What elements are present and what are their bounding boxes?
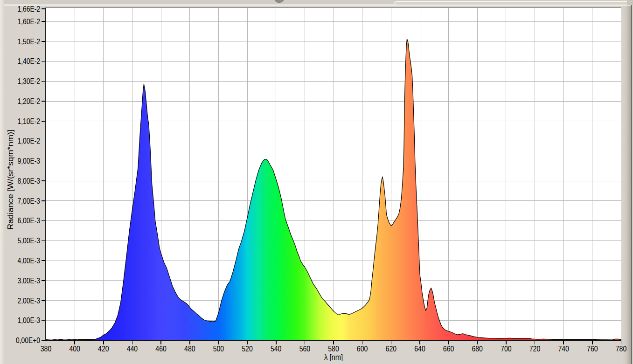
svg-text:680: 680 bbox=[472, 344, 483, 353]
svg-text:420: 420 bbox=[98, 344, 109, 353]
svg-text:440: 440 bbox=[127, 344, 138, 353]
svg-text:700: 700 bbox=[501, 344, 512, 353]
svg-text:λ [nm]: λ [nm] bbox=[324, 353, 343, 361]
svg-text:1,50E-2: 1,50E-2 bbox=[18, 37, 41, 46]
svg-text:1,40E-2: 1,40E-2 bbox=[18, 57, 41, 65]
svg-text:460: 460 bbox=[155, 344, 167, 353]
svg-text:1,00E-2: 1,00E-2 bbox=[18, 137, 41, 145]
svg-text:780: 780 bbox=[616, 344, 627, 353]
svg-text:7,00E-3: 7,00E-3 bbox=[18, 197, 41, 205]
svg-text:400: 400 bbox=[69, 344, 80, 353]
svg-text:6,00E-3: 6,00E-3 bbox=[18, 216, 41, 225]
svg-text:580: 580 bbox=[328, 344, 339, 353]
svg-text:1,20E-2: 1,20E-2 bbox=[18, 97, 41, 105]
svg-text:520: 520 bbox=[242, 344, 253, 353]
svg-text:660: 660 bbox=[443, 344, 454, 353]
svg-text:1,66E-2: 1,66E-2 bbox=[18, 5, 41, 13]
svg-text:0,00E+0: 0,00E+0 bbox=[16, 336, 40, 344]
svg-text:760: 760 bbox=[587, 344, 598, 353]
svg-text:620: 620 bbox=[386, 344, 397, 353]
svg-text:Radiance [W/(sr*sqm*nm)]: Radiance [W/(sr*sqm*nm)] bbox=[6, 130, 14, 230]
svg-text:740: 740 bbox=[558, 344, 569, 353]
svg-text:640: 640 bbox=[414, 344, 425, 353]
svg-text:720: 720 bbox=[529, 344, 541, 353]
svg-text:540: 540 bbox=[271, 344, 282, 353]
svg-text:4,00E-3: 4,00E-3 bbox=[18, 256, 41, 265]
svg-text:1,00E-3: 1,00E-3 bbox=[18, 316, 41, 324]
svg-text:5,00E-3: 5,00E-3 bbox=[18, 236, 41, 245]
svg-text:9,00E-3: 9,00E-3 bbox=[18, 157, 41, 165]
svg-text:600: 600 bbox=[357, 344, 368, 353]
svg-text:500: 500 bbox=[213, 344, 224, 353]
svg-text:560: 560 bbox=[299, 344, 311, 353]
svg-text:2,00E-3: 2,00E-3 bbox=[18, 296, 41, 305]
svg-text:380: 380 bbox=[41, 344, 52, 353]
svg-text:1,30E-2: 1,30E-2 bbox=[18, 77, 41, 85]
svg-text:3,00E-3: 3,00E-3 bbox=[18, 276, 41, 285]
svg-text:480: 480 bbox=[184, 344, 195, 353]
svg-text:1,60E-2: 1,60E-2 bbox=[18, 17, 41, 26]
svg-text:8,00E-3: 8,00E-3 bbox=[18, 177, 41, 185]
svg-text:1,10E-2: 1,10E-2 bbox=[18, 117, 41, 125]
